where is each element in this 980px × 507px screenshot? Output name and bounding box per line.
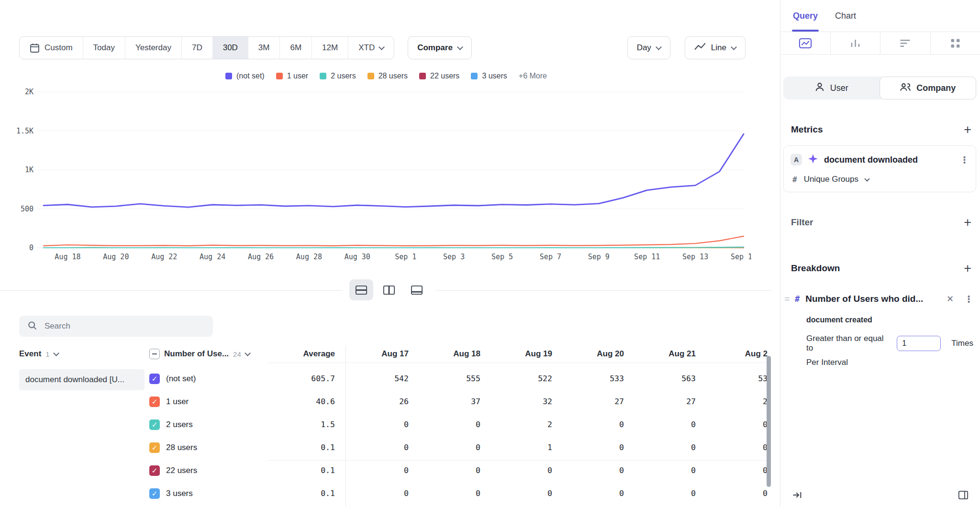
series-count: 24 xyxy=(233,350,241,358)
layout-toggle-split-vertical[interactable] xyxy=(377,279,401,300)
search-input[interactable] xyxy=(44,321,205,331)
row-average: 1.5 xyxy=(258,413,335,436)
search-icon xyxy=(27,320,37,332)
panel-layout-icon[interactable] xyxy=(958,490,969,502)
add-filter-button[interactable]: + xyxy=(964,216,971,229)
range-30d[interactable]: 30D xyxy=(212,37,248,59)
svg-text:Aug 24: Aug 24 xyxy=(200,253,225,261)
add-metric-button[interactable]: + xyxy=(964,123,971,136)
viz-type-flow-chart[interactable] xyxy=(880,32,931,54)
condition-label[interactable]: Greater than or equal to xyxy=(806,334,890,353)
toggle-user-label: User xyxy=(830,83,848,93)
row-average: 605.7 xyxy=(258,367,335,390)
granularity-button[interactable]: Day xyxy=(627,36,670,59)
toolbar-right: Day Line xyxy=(627,36,746,59)
table-row: ✓(not set)605.754255552253356353 xyxy=(0,367,780,390)
entity-toggle: User Company xyxy=(783,77,976,99)
legend-label: 28 users xyxy=(379,72,408,80)
cell-value: 0 xyxy=(638,436,696,459)
viz-type-bar-chart[interactable] xyxy=(831,32,881,54)
cell-value: 0 xyxy=(567,413,624,436)
row-checkbox[interactable]: ✓ xyxy=(149,442,160,453)
row-checkbox[interactable]: ✓ xyxy=(149,488,160,499)
range-7d[interactable]: 7D xyxy=(181,37,212,59)
table-row: ✓22 users0.1000000 xyxy=(0,459,780,482)
viz-type-more-charts[interactable] xyxy=(931,32,980,54)
breakdown-event[interactable]: document created xyxy=(806,316,973,324)
table-row: ✓1 user40.626373227272 xyxy=(0,390,780,413)
layout-toggle-panel-bottom[interactable] xyxy=(405,279,429,300)
legend-more[interactable]: +6 More xyxy=(519,72,547,80)
tab-chart[interactable]: Chart xyxy=(835,0,856,32)
toggle-user[interactable]: User xyxy=(783,77,880,99)
legend-item[interactable]: 28 users xyxy=(368,72,408,80)
condition-unit-label: Times xyxy=(951,339,973,348)
close-icon[interactable]: ✕ xyxy=(947,294,954,304)
indeterminate-checkbox-icon[interactable] xyxy=(149,349,160,359)
chart-type-button[interactable]: Line xyxy=(685,36,746,59)
metric-name[interactable]: document downloaded xyxy=(824,155,954,165)
trend-chart[interactable]: 05001K1.5K2KAug 18Aug 20Aug 22Aug 24Aug … xyxy=(0,84,751,268)
aggregation-select[interactable]: Unique Groups xyxy=(804,175,858,184)
legend-item[interactable]: 2 users xyxy=(320,72,356,80)
compare-button[interactable]: Compare xyxy=(408,36,472,59)
table-row: ✓28 users0.1001000 xyxy=(0,436,780,459)
line-chart-icon xyxy=(694,43,706,53)
row-label: (not set) xyxy=(166,367,196,390)
range-12m[interactable]: 12M xyxy=(312,37,348,59)
metric-card[interactable]: A document downloaded ⋮ # Unique Groups xyxy=(783,145,976,192)
cell-value: 27 xyxy=(567,390,624,413)
row-divider xyxy=(268,460,771,461)
vertical-scrollbar[interactable] xyxy=(767,356,771,487)
chart-type-icon-row xyxy=(780,32,980,55)
layout-toggle-split-horizontal[interactable] xyxy=(349,279,373,300)
tab-query[interactable]: Query xyxy=(793,0,818,32)
row-label: 28 users xyxy=(166,436,197,459)
range-yesterday[interactable]: Yesterday xyxy=(125,37,181,59)
people-icon xyxy=(900,82,911,95)
column-header-date: Aug 2 xyxy=(705,345,768,363)
range-custom[interactable]: Custom xyxy=(20,37,83,59)
series-line-2 users[interactable] xyxy=(44,247,744,248)
cell-value: 0 xyxy=(423,459,480,482)
toggle-company-label: Company xyxy=(916,83,956,93)
range-3m[interactable]: 3M xyxy=(248,37,280,59)
collapse-panel-icon[interactable] xyxy=(792,490,802,502)
viz-type-line-chart[interactable] xyxy=(780,32,831,54)
series-line-(not set)[interactable] xyxy=(44,134,744,207)
breakdown-title: Breakdown xyxy=(791,263,840,274)
column-header-event[interactable]: Event 1 xyxy=(19,345,58,363)
legend-item[interactable]: 3 users xyxy=(471,72,507,80)
row-checkbox[interactable]: ✓ xyxy=(149,397,160,407)
cell-value: 2 xyxy=(495,413,552,436)
column-header-date: Aug 21 xyxy=(634,345,696,363)
range-label: Custom xyxy=(45,43,73,53)
chevron-down-icon xyxy=(53,350,59,356)
legend-item[interactable]: (not set) xyxy=(225,72,265,80)
legend-item[interactable]: 22 users xyxy=(419,72,459,80)
cell-value: 555 xyxy=(423,367,480,390)
column-header-date: Aug 18 xyxy=(418,345,480,363)
legend-label: 2 users xyxy=(331,72,356,80)
legend-item[interactable]: 1 user xyxy=(276,72,308,80)
row-checkbox[interactable]: ✓ xyxy=(149,374,160,384)
svg-text:1K: 1K xyxy=(25,165,33,174)
range-today[interactable]: Today xyxy=(83,37,125,59)
range-xtd[interactable]: XTD xyxy=(348,37,394,59)
condition-value-input[interactable] xyxy=(897,336,941,351)
column-header-series[interactable]: Number of Use... 24 xyxy=(149,345,250,363)
breakdown-name[interactable]: Number of Users who did... xyxy=(805,294,947,304)
metric-menu-icon[interactable]: ⋮ xyxy=(960,154,969,165)
drag-handle-icon[interactable] xyxy=(784,297,790,301)
toggle-company[interactable]: Company xyxy=(880,77,977,99)
per-interval-label[interactable]: Per Interval xyxy=(806,358,973,367)
cell-value: 522 xyxy=(495,367,552,390)
breakdown-menu-icon[interactable]: ⋮ xyxy=(964,294,973,305)
series-line-1 user[interactable] xyxy=(44,236,744,246)
range-6m[interactable]: 6M xyxy=(279,37,312,59)
compare-label: Compare xyxy=(417,43,453,53)
range-label: 12M xyxy=(322,43,338,53)
row-checkbox[interactable]: ✓ xyxy=(149,419,160,430)
add-breakdown-button[interactable]: + xyxy=(964,262,971,275)
row-checkbox[interactable]: ✓ xyxy=(149,465,160,476)
